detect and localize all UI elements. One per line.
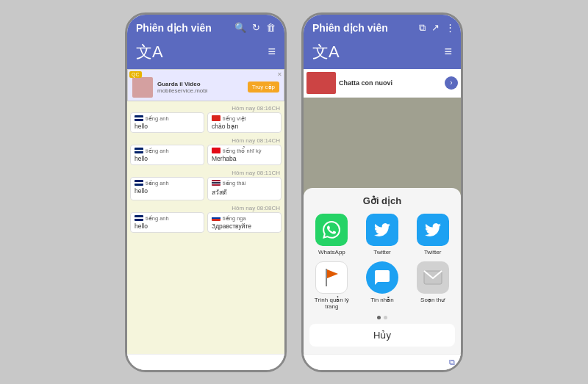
left-header: Phiên dịch viên 🔍 ↻ 🗑 xyxy=(127,15,284,38)
delete-icon[interactable]: 🗑 xyxy=(266,22,276,33)
right-translate-icon: 文A xyxy=(312,41,340,63)
share-overlay: Gởi dịch WhatsApp xyxy=(304,98,461,354)
target-lang-label-2: tiếng thổ nhĩ kỳ xyxy=(212,148,277,154)
source-lang-name-2: tiếng anh xyxy=(146,148,169,154)
flag-app-icon xyxy=(315,261,348,294)
more-icon[interactable]: ⋮ xyxy=(445,22,455,33)
right-ad-text: Chatta con nuovi xyxy=(339,79,392,87)
share-item-flag[interactable]: Trình quản lý trang xyxy=(309,261,354,310)
target-box-3[interactable]: tiếng thái สวัสดี xyxy=(207,177,282,200)
right-ad-banner: Chatta con nuovi › xyxy=(304,69,461,98)
table-row: tiếng anh hello tiếng việt chào bạn xyxy=(130,112,282,133)
source-lang-label-1: tiếng anh xyxy=(135,115,200,122)
timestamp-3: Hôm nay 08:11CH xyxy=(130,167,282,177)
flag-ru-4 xyxy=(212,215,220,221)
left-header-icons: 🔍 ↻ 🗑 xyxy=(234,22,276,33)
timestamp-4: Hôm nay 08:08CH xyxy=(130,203,282,212)
source-text-4: hello xyxy=(135,222,200,230)
target-box-2[interactable]: tiếng thổ nhĩ kỳ Merhaba xyxy=(207,145,282,165)
share-icon[interactable]: ↗ xyxy=(431,22,440,33)
menu-icon[interactable]: ≡ xyxy=(268,44,276,59)
left-app-title: Phiên dịch viên xyxy=(136,22,212,34)
copy-icon[interactable]: ⧉ xyxy=(419,22,426,34)
target-text-1: chào bạn xyxy=(212,123,277,130)
source-text-2: hello xyxy=(135,155,200,162)
translate-bar: 文A ≡ xyxy=(127,38,284,69)
source-text-1: hello xyxy=(135,123,200,130)
twitter-label-1: Twitter xyxy=(373,249,391,256)
source-box-2[interactable]: tiếng anh hello xyxy=(130,145,204,165)
flag-uk-1 xyxy=(135,115,143,121)
target-lang-name-3: tiếng thái xyxy=(223,180,245,186)
target-text-2: Merhaba xyxy=(212,155,277,162)
share-page-dots xyxy=(309,316,455,319)
target-text-3: สวัสดี xyxy=(212,187,277,198)
right-translate-bar: 文A ≡ xyxy=(304,38,461,69)
timestamp-2: Hôm nay 08:14CH xyxy=(130,135,282,145)
share-item-messages[interactable]: Tin nhắn xyxy=(360,261,405,310)
flag-vn-1 xyxy=(212,115,220,121)
phone-right: Phiên dịch viên ⧉ ↗ ⋮ 文A ≡ Chatta con nu… xyxy=(301,12,463,372)
email-label: Soạn thư xyxy=(420,297,445,303)
twitter-icon-2 xyxy=(417,214,449,246)
target-lang-name-2: tiếng thổ nhĩ kỳ xyxy=(223,148,262,154)
target-lang-label-4: tiếng nga xyxy=(212,215,277,222)
source-lang-name-4: tiếng anh xyxy=(146,215,169,222)
share-title: Gởi dịch xyxy=(309,195,455,206)
dot-1 xyxy=(377,316,381,319)
target-lang-label-3: tiếng thái xyxy=(212,180,277,186)
ad-label: QC xyxy=(129,71,142,78)
right-ad-arrow[interactable]: › xyxy=(445,76,458,90)
ad-image xyxy=(132,77,153,98)
target-box-4[interactable]: tiếng nga Здравствуйте xyxy=(207,212,282,233)
target-lang-label-1: tiếng việt xyxy=(212,115,277,122)
source-lang-label-3: tiếng anh xyxy=(135,180,200,186)
right-ad-image xyxy=(306,72,336,94)
share-item-twitter-2[interactable]: Twitter xyxy=(410,214,455,256)
whatsapp-label: WhatsApp xyxy=(318,249,345,256)
translate-icon: 文A xyxy=(136,41,163,63)
target-text-4: Здравствуйте xyxy=(212,222,277,230)
ad-text: Guarda il Video mobileservice.mobi xyxy=(157,81,243,94)
source-lang-label-2: tiếng anh xyxy=(135,148,200,154)
ad-button[interactable]: Truy cập xyxy=(248,81,279,93)
right-app-title: Phiên dịch viên xyxy=(312,22,388,34)
flag-uk-2 xyxy=(135,148,143,153)
table-row: tiếng anh hello tiếng thổ nhĩ kỳ Merhaba xyxy=(130,145,282,165)
refresh-icon[interactable]: ↻ xyxy=(252,22,260,33)
flag-tr-2 xyxy=(212,148,220,153)
dot-2 xyxy=(384,316,387,319)
share-item-whatsapp[interactable]: WhatsApp xyxy=(309,214,354,256)
timestamp-1: Hôm nay 08:16CH xyxy=(130,103,282,112)
search-icon[interactable]: 🔍 xyxy=(234,22,246,33)
source-box-1[interactable]: tiếng anh hello xyxy=(130,112,204,133)
twitter-label-2: Twitter xyxy=(424,249,442,256)
target-box-1[interactable]: tiếng việt chào bạn xyxy=(207,112,282,133)
source-lang-name-3: tiếng anh xyxy=(146,180,169,186)
source-box-3[interactable]: tiếng anh hello xyxy=(130,177,204,200)
right-header: Phiên dịch viên ⧉ ↗ ⋮ xyxy=(304,15,461,38)
source-box-4[interactable]: tiếng anh hello xyxy=(130,212,204,233)
left-ad-banner: QC Guarda il Video mobileservice.mobi Tr… xyxy=(127,69,284,101)
target-lang-name-4: tiếng nga xyxy=(223,215,246,222)
svg-rect-0 xyxy=(326,269,327,286)
right-menu-icon[interactable]: ≡ xyxy=(444,44,452,59)
translation-history: Hôm nay 08:16CH tiếng anh hello tiếng vi… xyxy=(127,101,284,354)
source-lang-name-1: tiếng anh xyxy=(146,115,169,122)
external-link-icon[interactable]: ⧉ xyxy=(449,358,455,367)
right-content-area: Gởi dịch WhatsApp xyxy=(304,98,461,354)
share-item-twitter-1[interactable]: Twitter xyxy=(360,214,405,256)
share-item-email[interactable]: Soạn thư xyxy=(410,261,455,310)
share-cancel-button[interactable]: Hủy xyxy=(309,324,455,347)
source-lang-label-4: tiếng anh xyxy=(135,215,200,222)
flag-uk-4 xyxy=(135,215,143,221)
table-row: tiếng anh hello tiếng nga Здравствуйте xyxy=(130,212,282,233)
share-dialog: Gởi dịch WhatsApp xyxy=(304,188,461,354)
messages-icon xyxy=(366,261,398,294)
whatsapp-icon xyxy=(315,214,348,246)
ad-close-icon[interactable]: ✕ xyxy=(277,71,282,78)
phone-left: Phiên dịch viên 🔍 ↻ 🗑 文A ≡ QC Guarda il … xyxy=(125,12,287,372)
flag-uk-3 xyxy=(135,180,143,186)
flag-th-3 xyxy=(212,180,220,186)
messages-label: Tin nhắn xyxy=(370,297,393,303)
